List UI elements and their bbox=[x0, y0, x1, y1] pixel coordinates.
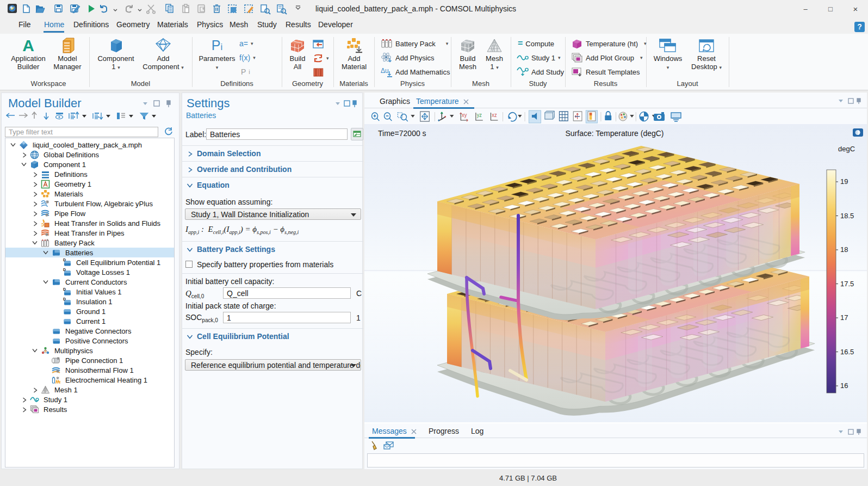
svg-text:16.5: 16.5 bbox=[840, 348, 854, 356]
svg-text:19: 19 bbox=[840, 177, 848, 186]
svg-text:16: 16 bbox=[840, 382, 848, 390]
svg-text:Δu: Δu bbox=[381, 67, 389, 75]
svg-text:xy: xy bbox=[462, 112, 467, 118]
svg-text:yz: yz bbox=[477, 112, 482, 118]
svg-text:18: 18 bbox=[840, 245, 848, 254]
svg-text:17: 17 bbox=[840, 313, 848, 322]
svg-text:xz: xz bbox=[492, 112, 497, 118]
svg-text:18.5: 18.5 bbox=[840, 212, 854, 220]
svg-text:17.5: 17.5 bbox=[840, 280, 854, 288]
